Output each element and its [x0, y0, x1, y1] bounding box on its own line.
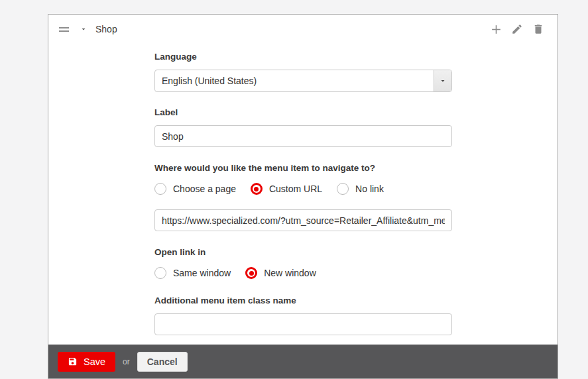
panel-footer: Save or Cancel [48, 345, 558, 378]
save-button-label: Save [84, 356, 105, 367]
drag-handle-icon[interactable] [58, 25, 70, 34]
menu-item-form: Language English (United States) Label W… [154, 44, 452, 335]
collapse-caret-icon[interactable] [80, 25, 88, 33]
navigate-question-label: Where would you like the menu item to na… [154, 163, 452, 174]
edit-pencil-icon[interactable] [508, 21, 526, 38]
navigate-radio-group: Choose a page Custom URL No link [154, 181, 452, 197]
menu-item-editor-panel: Shop Language English (United States) La… [48, 14, 558, 379]
radio-custom-url[interactable]: Custom URL [251, 183, 322, 195]
class-name-input[interactable] [154, 313, 452, 335]
chevron-down-icon [439, 77, 447, 85]
add-icon[interactable] [487, 21, 504, 38]
radio-no-link[interactable]: No link [337, 183, 384, 195]
or-text: or [123, 357, 130, 366]
radio-circle-icon[interactable] [154, 267, 166, 279]
panel-header: Shop [48, 15, 558, 44]
custom-url-input[interactable] [154, 209, 452, 231]
radio-circle-icon[interactable] [154, 183, 166, 195]
class-name-label: Additional menu item class name [154, 296, 452, 306]
save-floppy-icon [68, 356, 78, 366]
language-select-value: English (United States) [155, 70, 434, 91]
language-select-dropdown-button[interactable] [434, 70, 451, 91]
radio-circle-selected-icon[interactable] [245, 267, 257, 279]
label-field-label: Label [154, 107, 452, 118]
label-input[interactable] [154, 125, 452, 147]
radio-circle-selected-icon[interactable] [251, 183, 263, 195]
open-link-label: Open link in [154, 247, 452, 258]
radio-same-window[interactable]: Same window [154, 267, 231, 279]
language-label: Language [154, 52, 452, 62]
radio-new-window[interactable]: New window [245, 267, 316, 279]
open-link-radio-group: Same window New window [154, 265, 452, 281]
cancel-button[interactable]: Cancel [137, 352, 188, 372]
save-button[interactable]: Save [58, 352, 115, 372]
radio-choose-a-page[interactable]: Choose a page [154, 183, 236, 195]
radio-circle-icon[interactable] [337, 183, 349, 195]
language-select[interactable]: English (United States) [154, 70, 452, 92]
menu-item-title: Shop [95, 24, 117, 34]
trash-icon[interactable] [530, 21, 547, 38]
